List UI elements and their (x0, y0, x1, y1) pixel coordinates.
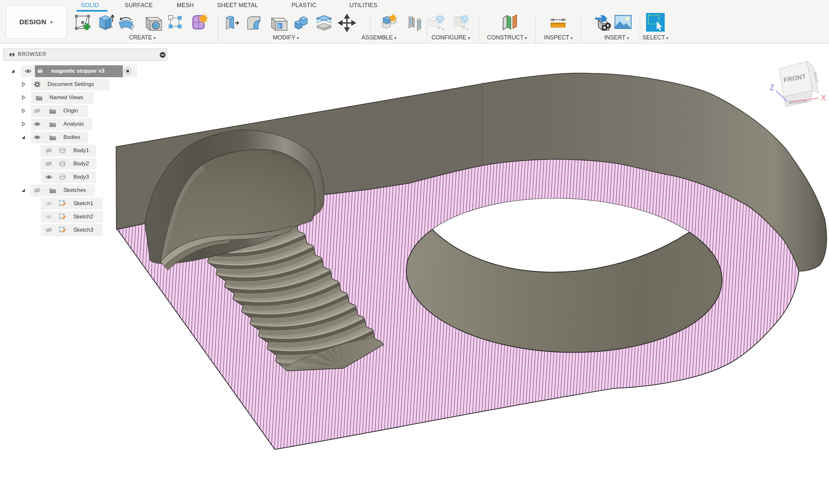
svg-text:Z: Z (770, 83, 775, 92)
svg-text:X: X (821, 93, 826, 102)
